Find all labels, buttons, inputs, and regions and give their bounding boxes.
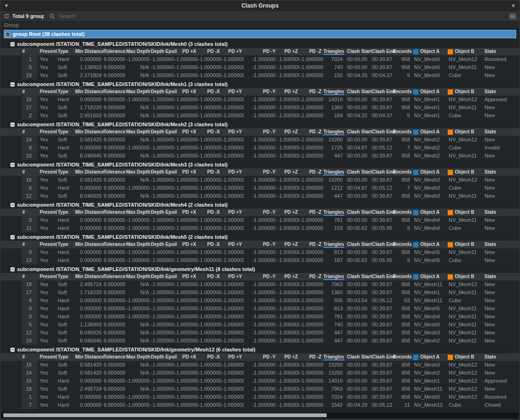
column-header-tolerance[interactable]: Tolerance (104, 128, 126, 136)
column-header-pd-minus-x[interactable]: PD -X (198, 353, 222, 361)
column-header-min-distance[interactable]: Min Distance (75, 241, 104, 248)
column-header-records[interactable]: Records (393, 241, 412, 248)
column-header-type[interactable]: Type (55, 273, 75, 280)
column-header-depth-epsil[interactable]: Depth Epsil (151, 353, 174, 361)
subcomponent-row[interactable]: subcomponent /STATION_TIME_SAMPLED/STATI… (0, 346, 520, 353)
column-header-pd-plus-y[interactable]: PD +Y (222, 241, 244, 248)
column-header-pd-minus-x[interactable]: PD -X (198, 209, 222, 216)
clash-row[interactable]: 10YesSoft8.0469459.000000N/A-1.000000-1.… (0, 337, 520, 345)
column-header-object-b[interactable]: Object B (446, 273, 482, 280)
column-header-num[interactable]: # (17, 353, 37, 361)
column-header-type[interactable]: Type (55, 48, 75, 55)
collapse-icon[interactable] (6, 32, 10, 36)
column-header-object-b[interactable]: Object B (446, 128, 482, 136)
column-header-pd-plus-x[interactable]: PD +X (174, 273, 198, 280)
column-header-tolerance[interactable]: Tolerance (104, 209, 126, 216)
column-header-records[interactable]: Records (393, 128, 412, 136)
clash-row[interactable]: 15YesHard0.0000009.000000-1.000000-1.000… (0, 96, 520, 104)
root-group-row[interactable]: group Root (38 clashes total) (4, 30, 516, 38)
column-header-num[interactable]: # (17, 241, 37, 248)
column-header-pd-plus-y[interactable]: PD +Y (222, 128, 244, 136)
column-header-min-distance[interactable]: Min Distance (75, 273, 104, 280)
clash-row[interactable]: 16YesSoft0.5814209.000000N/A-1.000000-1.… (0, 361, 520, 369)
subcomponent-row[interactable]: subcomponent /STATION_TIME_SAMPLED/STATI… (0, 201, 520, 209)
column-header-state[interactable]: State (482, 209, 520, 216)
column-header-tolerance[interactable]: Tolerance (104, 273, 126, 280)
column-header-type[interactable]: Type (55, 128, 75, 136)
column-header-clash-start[interactable]: Clash Start (345, 353, 370, 361)
column-header-pd-minus-z[interactable]: PD -Z (300, 241, 323, 248)
column-header-object-b[interactable]: Object B (446, 209, 482, 216)
column-header-num[interactable]: # (17, 168, 37, 176)
column-header-num[interactable]: # (17, 88, 37, 96)
column-header-clash-end[interactable]: Clash End (370, 273, 393, 280)
clash-row[interactable]: 12YesSoft8.0469269.000000N/A-1.000000-1.… (0, 192, 520, 200)
column-header-records[interactable]: Records (393, 353, 412, 361)
column-header-max-depth[interactable]: Max Depth (126, 209, 151, 216)
close-icon[interactable]: × (511, 2, 515, 9)
column-header-pd-plus-x[interactable]: PD +X (174, 209, 198, 216)
column-header-clash-start[interactable]: Clash Start (345, 209, 370, 216)
column-header-state[interactable]: State (482, 168, 520, 176)
column-header-min-distance[interactable]: Min Distance (75, 128, 104, 136)
column-header-clash-end[interactable]: Clash End (370, 88, 393, 96)
column-header-clash-start[interactable]: Clash Start (345, 168, 370, 176)
clash-row[interactable]: 14YesSoft0.5814209.000000N/A-1.000000-1.… (0, 136, 520, 144)
column-header-object-b[interactable]: Object B (446, 88, 482, 96)
column-header-pd-minus-z[interactable]: PD -Z (300, 128, 323, 136)
column-header-triangles[interactable]: Triangles (323, 128, 345, 136)
column-header-clash-start[interactable]: Clash Start (345, 128, 370, 136)
column-header-clash-end[interactable]: Clash End (370, 48, 393, 55)
column-header-depth-epsil[interactable]: Depth Epsil (151, 241, 174, 248)
search-input[interactable] (58, 13, 505, 19)
clash-row[interactable]: 12YesSoft8.0469269.000000N/A-1.000000-1.… (0, 329, 520, 337)
column-header-max-depth[interactable]: Max Depth (126, 128, 151, 136)
column-header-depth-epsil[interactable]: Depth Epsil (151, 209, 174, 216)
column-header-depth-epsil[interactable]: Depth Epsil (151, 168, 174, 176)
column-header-depth-epsil[interactable]: Depth Epsil (151, 88, 174, 96)
clash-row[interactable]: 9YesHard0.0000009.000000-1.000000-1.0000… (0, 248, 520, 256)
clash-row[interactable]: 1YesHard0.0000009.000000-1.000000-1.0000… (0, 55, 520, 63)
subcomponent-row[interactable]: subcomponent /STATION_TIME_SAMPLED/STATI… (0, 161, 520, 168)
column-header-pd-minus-x[interactable]: PD -X (198, 48, 222, 55)
column-header-clash-end[interactable]: Clash End (370, 128, 393, 136)
column-header-pd-minus-x[interactable]: PD -X (198, 128, 222, 136)
column-header-tolerance[interactable]: Tolerance (104, 168, 126, 176)
clash-row[interactable]: 17YesSoft1.7182209.000000N/A-1.000000-1.… (0, 289, 520, 297)
column-header-triangles[interactable]: Triangles (323, 48, 345, 55)
column-header-max-depth[interactable]: Max Depth (126, 353, 151, 361)
search-box[interactable] (44, 11, 505, 21)
collapse-icon[interactable] (10, 163, 15, 167)
clash-row[interactable]: 9YesHard0.0000009.000000-1.000000-1.0000… (0, 305, 520, 313)
column-header-pd-plus-y[interactable]: PD +Y (222, 88, 244, 96)
column-header-max-depth[interactable]: Max Depth (126, 273, 151, 280)
column-header-tolerance[interactable]: Tolerance (104, 353, 126, 361)
column-header-present[interactable]: Present (37, 48, 55, 55)
subcomponent-row[interactable]: subcomponent /STATION_TIME_SAMPLED/STATI… (0, 80, 520, 88)
column-header-tolerance[interactable]: Tolerance (104, 88, 126, 96)
options-menu-button[interactable] (509, 12, 517, 20)
column-header-pd-minus-y[interactable]: PD -Y (244, 353, 277, 361)
column-header-present[interactable]: Present (37, 88, 55, 96)
column-header-records[interactable]: Records (393, 88, 412, 96)
column-header-pd-plus-z[interactable]: PD +Z (277, 88, 300, 96)
column-header-pd-plus-z[interactable]: PD +Z (277, 273, 300, 280)
clash-row[interactable]: 1YesHard0.0000009.000000-1.000000-1.0000… (0, 393, 520, 401)
column-header-triangles[interactable]: Triangles (323, 168, 345, 176)
clash-row[interactable]: 17YesSoft1.7182209.000000N/A-1.000000-1.… (0, 104, 520, 112)
column-header-clash-end[interactable]: Clash End (370, 209, 393, 216)
horizontal-scrollbar-thumb[interactable] (3, 413, 327, 417)
clash-row[interactable]: 2YesSoft2.9516039.000000N/A-1.000000-1.0… (0, 112, 520, 120)
column-header-pd-minus-z[interactable]: PD -Z (300, 88, 323, 96)
column-header-pd-plus-y[interactable]: PD +Y (222, 209, 244, 216)
column-header-object-a[interactable]: Object A (412, 48, 446, 55)
column-header-object-b[interactable]: Object B (446, 241, 482, 248)
column-header-present[interactable]: Present (37, 241, 55, 248)
column-header-clash-end[interactable]: Clash End (370, 353, 393, 361)
clash-row[interactable]: 10YesSoft8.0469459.000000N/A-1.000000-1.… (0, 152, 520, 160)
horizontal-scrollbar[interactable] (2, 413, 518, 418)
clash-row[interactable]: 7YesHard0.0000009.000000-1.000000-1.0000… (0, 401, 520, 409)
clash-row[interactable]: 19YesSoft2.3718249.000000N/A-1.000000-1.… (0, 71, 520, 79)
column-header-depth-epsil[interactable]: Depth Epsil (151, 273, 174, 280)
column-header-depth-epsil[interactable]: Depth Epsil (151, 128, 174, 136)
